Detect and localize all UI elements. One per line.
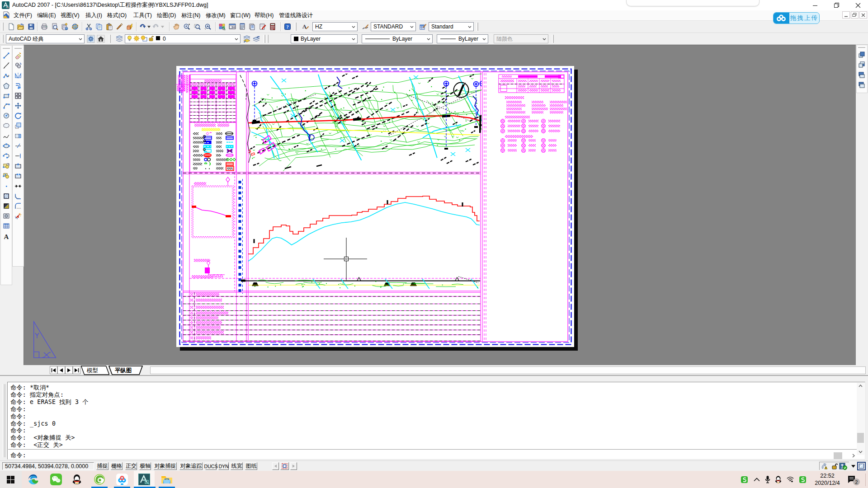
workspaces-combo[interactable]: AutoCAD 经典 <box>6 34 85 43</box>
text-style-icon[interactable]: A <box>301 22 310 31</box>
my-workspace-home-icon[interactable] <box>96 34 105 43</box>
plot-icon[interactable] <box>40 22 49 31</box>
tab-model[interactable]: 模型 <box>80 366 109 375</box>
construction-line-icon[interactable] <box>2 61 11 70</box>
toolbar-grip[interactable] <box>109 35 111 43</box>
tab-pingzongtu[interactable]: 平纵图 <box>108 366 143 375</box>
netdisk-drag-upload-button[interactable]: 拖拽上传 <box>773 12 820 24</box>
previous-tab-button[interactable] <box>57 366 65 374</box>
lock-open-icon[interactable] <box>148 35 155 43</box>
workspace-settings-gear-icon[interactable] <box>86 34 95 43</box>
status-lineweight-button[interactable]: 线宽 <box>231 462 243 470</box>
copy-to-clipboard-icon[interactable] <box>94 22 104 31</box>
layer-combo[interactable]: 0 <box>125 34 241 43</box>
taskbar-baidu-netdisk[interactable] <box>112 471 132 488</box>
break-at-point-icon[interactable] <box>14 161 23 170</box>
color-control-combo[interactable]: ByLayer <box>291 34 358 43</box>
point-icon[interactable] <box>2 182 11 191</box>
toolbar-grip[interactable] <box>3 47 10 49</box>
save-icon[interactable] <box>27 22 36 31</box>
block-editor-icon[interactable] <box>125 22 134 31</box>
status-osnap-button[interactable]: 对象捕捉 <box>154 462 177 470</box>
redo-dropdown-arrow-icon[interactable] <box>160 22 165 31</box>
3d-dwf-publish-icon[interactable] <box>71 22 80 31</box>
layer-state-icons[interactable] <box>127 35 160 43</box>
standards-check-icon[interactable] <box>839 463 847 470</box>
fillet-icon[interactable] <box>14 202 23 211</box>
move-icon[interactable] <box>14 101 23 110</box>
menu-tools[interactable]: 工具(T) <box>133 12 152 19</box>
rotate-icon[interactable] <box>14 111 23 120</box>
tray-sogou2-icon[interactable] <box>799 471 806 488</box>
table-style-icon[interactable] <box>419 22 428 31</box>
toolbar-grip[interactable] <box>858 46 865 48</box>
tray-menu-arrow-icon[interactable] <box>849 463 857 470</box>
plotstyle-control-combo[interactable]: 随颜色 <box>494 34 548 43</box>
status-otrack-button[interactable]: 对象追踪 <box>179 462 203 470</box>
sun-viewport-icon[interactable] <box>141 35 147 43</box>
document-close-button[interactable] <box>859 11 867 19</box>
taskbar-browser-360[interactable] <box>89 471 110 488</box>
prev-viewport-button[interactable] <box>272 462 279 470</box>
menu-modify[interactable]: 修改(M) <box>206 12 226 19</box>
toolbar-grip[interactable] <box>14 47 22 49</box>
linetype-control-combo[interactable]: ByLayer <box>362 34 433 43</box>
designcenter-icon[interactable] <box>228 22 237 31</box>
properties-icon[interactable] <box>217 22 226 31</box>
layer-properties-manager-icon[interactable] <box>115 34 124 43</box>
zoom-previous-icon[interactable] <box>203 22 212 31</box>
maximize-viewport-button[interactable] <box>280 462 289 470</box>
toolbar-grip[interactable] <box>2 35 4 43</box>
scrollbar-thumb[interactable] <box>857 433 864 443</box>
menu-draw[interactable]: 绘图(D) <box>157 12 176 19</box>
sun-on-icon[interactable] <box>133 35 140 43</box>
status-dyn-button[interactable]: DYN <box>218 462 229 470</box>
start-button[interactable] <box>0 471 21 488</box>
tray-network-icon[interactable] <box>786 471 794 488</box>
rectangle-icon[interactable] <box>2 91 11 100</box>
next-tab-button[interactable] <box>65 366 73 374</box>
new-icon[interactable] <box>7 22 16 31</box>
menu-view[interactable]: 视图(V) <box>61 12 80 19</box>
cut-icon[interactable] <box>85 22 94 31</box>
status-polar-button[interactable]: 极轴 <box>139 462 151 470</box>
horizontal-scrollbar-track[interactable] <box>150 366 866 374</box>
menu-dimension[interactable]: 标注(N) <box>181 12 200 19</box>
table-style-combo[interactable]: Standard <box>429 22 474 31</box>
zoom-realtime-icon[interactable] <box>182 22 191 31</box>
chamfer-icon[interactable] <box>14 192 23 201</box>
window-minimize-button[interactable] <box>806 0 824 10</box>
make-object-layer-current-icon[interactable] <box>242 34 251 43</box>
table-icon[interactable] <box>2 221 11 230</box>
tray-sogou-icon[interactable] <box>741 471 748 488</box>
status-snap-button[interactable]: 捕捉 <box>96 462 108 470</box>
text-style-combo[interactable]: HZ <box>312 22 358 31</box>
make-block-icon[interactable] <box>2 171 11 180</box>
erase-icon[interactable] <box>14 51 23 60</box>
toolbar-lock-icon[interactable] <box>830 463 839 470</box>
dim-style-icon[interactable] <box>361 22 370 31</box>
gradient-icon[interactable] <box>2 202 11 211</box>
menu-file[interactable]: 文件(F) <box>14 12 32 19</box>
array-icon[interactable] <box>14 91 23 100</box>
bring-above-objects-icon[interactable] <box>857 70 866 80</box>
quickcalc-icon[interactable] <box>268 22 277 31</box>
lineweight-control-combo[interactable]: ByLayer <box>437 34 488 43</box>
scroll-down-icon[interactable] <box>857 449 864 455</box>
toolbar-grip[interactable] <box>264 35 266 43</box>
document-restore-button[interactable] <box>851 11 859 19</box>
undo-icon[interactable] <box>138 22 147 31</box>
ellipse-icon[interactable] <box>2 141 11 150</box>
circle-icon[interactable] <box>2 111 11 120</box>
toolbar-grip[interactable] <box>476 23 479 31</box>
show-desktop-divider[interactable] <box>865 474 866 486</box>
redo-icon[interactable] <box>151 22 160 31</box>
sheet-set-manager-icon[interactable] <box>248 22 257 31</box>
communication-warning-icon[interactable] <box>821 463 829 470</box>
bring-to-front-icon[interactable] <box>857 50 866 59</box>
trim-icon[interactable] <box>14 141 23 150</box>
command-history[interactable]: 命令: *取消*命令: 指定对角点:命令: e ERASE 找到 3 个命令:命… <box>7 382 865 460</box>
revision-cloud-icon[interactable] <box>2 121 11 130</box>
cad-drawing[interactable] <box>0 45 868 365</box>
arc-icon[interactable] <box>2 101 11 110</box>
